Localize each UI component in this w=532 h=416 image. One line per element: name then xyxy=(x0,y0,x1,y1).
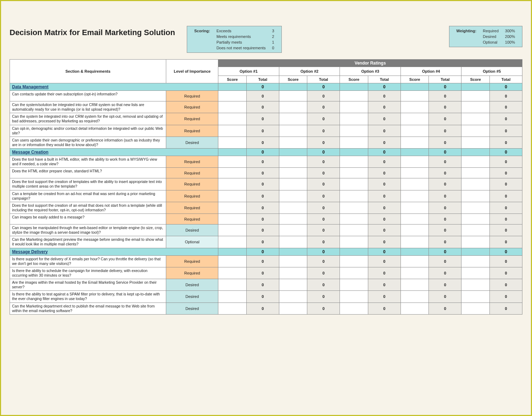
score-input[interactable] xyxy=(340,291,368,303)
score-input[interactable] xyxy=(340,267,368,279)
score-input[interactable] xyxy=(218,178,247,190)
total-header: Total xyxy=(246,76,279,83)
score-input[interactable] xyxy=(340,224,368,236)
score-input[interactable] xyxy=(279,291,307,303)
score-input[interactable] xyxy=(340,190,368,202)
score-input[interactable] xyxy=(401,168,429,178)
score-input[interactable] xyxy=(461,125,490,137)
score-input[interactable] xyxy=(461,137,490,148)
score-input[interactable] xyxy=(279,236,307,248)
score-input[interactable] xyxy=(461,113,490,125)
score-input[interactable] xyxy=(218,255,247,267)
score-input[interactable] xyxy=(461,255,490,267)
score-input[interactable] xyxy=(279,125,307,137)
score-input[interactable] xyxy=(401,137,429,148)
level-of-importance: Desired xyxy=(166,291,218,303)
score-input[interactable] xyxy=(401,303,429,314)
score-input[interactable] xyxy=(461,202,490,213)
level-of-importance: Required xyxy=(166,267,218,279)
score-input[interactable] xyxy=(461,101,490,113)
score-input[interactable] xyxy=(461,156,490,168)
score-input[interactable] xyxy=(218,168,247,178)
score-input[interactable] xyxy=(401,101,429,113)
score-input[interactable] xyxy=(218,113,247,125)
score-input[interactable] xyxy=(461,178,490,190)
score-input[interactable] xyxy=(401,202,429,213)
score-input[interactable] xyxy=(218,303,247,314)
score-input[interactable] xyxy=(340,202,368,213)
score-input[interactable] xyxy=(218,101,247,113)
score-input[interactable] xyxy=(279,224,307,236)
score-input[interactable] xyxy=(401,267,429,279)
score-input[interactable] xyxy=(340,125,368,137)
total-header: Total xyxy=(429,76,461,83)
score-input[interactable] xyxy=(461,168,490,178)
score-input[interactable] xyxy=(279,267,307,279)
score-input[interactable] xyxy=(401,156,429,168)
score-input[interactable] xyxy=(461,214,490,224)
score-input[interactable] xyxy=(340,101,368,113)
score-input[interactable] xyxy=(218,214,247,224)
score-input[interactable] xyxy=(401,255,429,267)
score-input[interactable] xyxy=(340,178,368,190)
score-input[interactable] xyxy=(461,279,490,291)
score-input[interactable] xyxy=(401,113,429,125)
score-input[interactable] xyxy=(279,156,307,168)
score-input[interactable] xyxy=(340,91,368,101)
row-total: 0 xyxy=(368,303,401,314)
score-input[interactable] xyxy=(279,190,307,202)
requirement-text: Does the tool have a built in HTML edito… xyxy=(10,156,166,168)
score-input[interactable] xyxy=(340,303,368,314)
score-input[interactable] xyxy=(401,214,429,224)
score-input[interactable] xyxy=(461,236,490,248)
score-input[interactable] xyxy=(218,202,247,213)
score-input[interactable] xyxy=(279,303,307,314)
score-input[interactable] xyxy=(401,125,429,137)
score-input[interactable] xyxy=(279,101,307,113)
score-input[interactable] xyxy=(279,178,307,190)
score-input[interactable] xyxy=(279,202,307,213)
score-input[interactable] xyxy=(218,137,247,148)
score-input[interactable] xyxy=(279,214,307,224)
score-input[interactable] xyxy=(340,236,368,248)
score-input[interactable] xyxy=(218,267,247,279)
score-input[interactable] xyxy=(461,291,490,303)
score-input[interactable] xyxy=(279,91,307,101)
score-input[interactable] xyxy=(340,137,368,148)
score-input[interactable] xyxy=(279,255,307,267)
score-input[interactable] xyxy=(461,267,490,279)
row-total: 0 xyxy=(490,101,522,113)
level-of-importance: Required xyxy=(166,202,218,213)
score-input[interactable] xyxy=(401,279,429,291)
score-input[interactable] xyxy=(218,291,247,303)
score-input[interactable] xyxy=(340,214,368,224)
score-input[interactable] xyxy=(340,279,368,291)
score-input[interactable] xyxy=(401,91,429,101)
score-input[interactable] xyxy=(401,190,429,202)
row-total: 0 xyxy=(307,224,340,236)
requirement-text: Does the tool support the creation of te… xyxy=(10,178,166,190)
score-input[interactable] xyxy=(218,236,247,248)
score-input[interactable] xyxy=(401,291,429,303)
score-input[interactable] xyxy=(461,224,490,236)
score-input[interactable] xyxy=(340,255,368,267)
score-input[interactable] xyxy=(218,125,247,137)
score-input[interactable] xyxy=(461,303,490,314)
score-input[interactable] xyxy=(340,156,368,168)
score-input[interactable] xyxy=(218,91,247,101)
score-input[interactable] xyxy=(279,137,307,148)
score-input[interactable] xyxy=(218,190,247,202)
score-input[interactable] xyxy=(340,168,368,178)
score-input[interactable] xyxy=(401,224,429,236)
score-input[interactable] xyxy=(279,113,307,125)
score-input[interactable] xyxy=(279,279,307,291)
score-input[interactable] xyxy=(218,224,247,236)
score-input[interactable] xyxy=(340,113,368,125)
score-input[interactable] xyxy=(401,178,429,190)
score-input[interactable] xyxy=(279,168,307,178)
score-input[interactable] xyxy=(218,156,247,168)
score-input[interactable] xyxy=(401,236,429,248)
score-input[interactable] xyxy=(461,91,490,101)
score-input[interactable] xyxy=(461,190,490,202)
score-input[interactable] xyxy=(218,279,247,291)
